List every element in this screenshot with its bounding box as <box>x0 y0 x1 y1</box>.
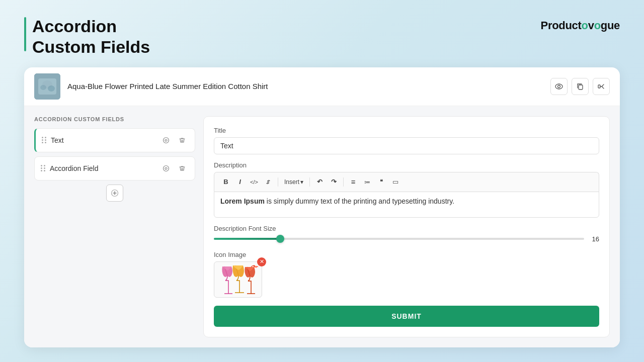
svg-point-9 <box>164 137 169 143</box>
trash-icon2 <box>179 165 186 172</box>
unordered-list-button[interactable]: ≡ <box>347 175 360 189</box>
field-accordion-delete[interactable] <box>176 162 189 175</box>
trash-icon <box>179 137 186 144</box>
field-item-text[interactable]: Text <box>34 128 195 152</box>
preview-button[interactable] <box>550 78 568 95</box>
description-bold: Lorem Ipsum <box>220 197 265 205</box>
svg-point-5 <box>555 84 562 89</box>
toolbar-divider1 <box>278 177 278 187</box>
font-size-label: Description Font Size <box>214 225 599 232</box>
field-item-accordion[interactable]: Accordion Field <box>34 156 195 180</box>
header-left: Accordion Custom Fields <box>24 16 150 57</box>
toolbar-divider2 <box>309 177 310 187</box>
insert-button[interactable]: Insert ▾ <box>281 177 306 187</box>
font-size-slider-row: 16 <box>214 235 599 243</box>
logo-o2: o <box>594 19 601 32</box>
icon-image-section: Icon Image <box>214 251 599 298</box>
editor-content[interactable]: Lorem Ipsum is simply dummy text of the … <box>214 192 599 218</box>
link-button[interactable] <box>262 175 275 189</box>
field-text-settings[interactable] <box>159 134 173 147</box>
section-label: ACCORDION CUSTOM FIELDS <box>34 116 195 122</box>
icon-image-label: Icon Image <box>214 251 599 258</box>
remove-icon-image-button[interactable]: ✕ <box>257 257 266 266</box>
drag-handle-text[interactable] <box>42 137 47 143</box>
field-item-left2: Accordion Field <box>41 164 99 172</box>
eye-icon <box>555 82 563 90</box>
field-text-label: Text <box>51 136 64 144</box>
drag-handle-accordion[interactable] <box>41 165 46 171</box>
svg-point-15 <box>256 267 257 268</box>
page-title: Accordion Custom Fields <box>32 16 150 57</box>
submit-button[interactable]: SUBMIT <box>214 306 599 327</box>
product-bar: Aqua-Blue Flower Printed Late Summer Edi… <box>24 67 620 106</box>
product-image <box>34 73 60 100</box>
add-icon <box>111 189 119 197</box>
add-field-button[interactable] <box>106 185 123 202</box>
code-button[interactable]: </> <box>248 175 261 189</box>
ordered-list-button[interactable]: ≔ <box>361 175 374 189</box>
share-icon <box>597 82 605 90</box>
editor-toolbar: B I </> Insert ▾ ↶ ↷ <box>214 172 599 192</box>
wine-glasses-image <box>215 263 261 296</box>
slider-fill <box>214 238 280 240</box>
product-info: Aqua-Blue Flower Printed Late Summer Edi… <box>34 73 268 100</box>
field-accordion-settings[interactable] <box>159 162 173 175</box>
field-accordion-actions <box>159 162 189 175</box>
font-size-slider[interactable] <box>214 238 584 240</box>
svg-point-6 <box>558 85 560 87</box>
border-button[interactable]: ▭ <box>389 175 402 189</box>
svg-point-14 <box>254 265 255 266</box>
icon-image-box[interactable] <box>214 261 262 298</box>
svg-point-4 <box>48 85 55 92</box>
add-btn-container <box>34 185 195 202</box>
settings-icon2 <box>163 165 170 172</box>
svg-point-3 <box>40 85 46 90</box>
product-name: Aqua-Blue Flower Printed Late Summer Edi… <box>67 82 268 90</box>
copy-icon <box>576 82 584 90</box>
svg-point-11 <box>164 165 169 171</box>
svg-rect-8 <box>598 85 600 88</box>
share-button[interactable] <box>593 78 610 95</box>
right-panel: Title Description B I </> Insert <box>203 116 610 337</box>
description-label: Description <box>214 161 599 169</box>
product-thumbnail-svg <box>34 73 60 100</box>
content-area: ACCORDION CUSTOM FIELDS Text <box>24 106 620 347</box>
duplicate-button[interactable] <box>572 78 589 95</box>
description-rest: is simply dummy text of the printing and… <box>265 197 454 205</box>
page-header: Accordion Custom Fields Productovogue <box>0 0 644 67</box>
italic-button[interactable]: I <box>233 175 247 189</box>
product-image-inner <box>34 73 60 100</box>
logo-o: o <box>582 19 588 32</box>
icon-image-wrapper: ✕ <box>214 261 262 298</box>
field-item-left: Text <box>42 136 64 144</box>
svg-point-12 <box>165 167 167 169</box>
field-text-delete[interactable] <box>176 134 189 147</box>
quote-button[interactable]: ❝ <box>375 175 388 189</box>
title-label: Title <box>214 127 599 134</box>
undo-button[interactable]: ↶ <box>313 175 326 189</box>
left-panel: ACCORDION CUSTOM FIELDS Text <box>34 116 195 337</box>
accent-bar <box>24 17 26 51</box>
product-actions <box>550 78 610 95</box>
brand-logo: Productovogue <box>541 19 620 32</box>
title-input[interactable] <box>214 137 599 154</box>
slider-thumb[interactable] <box>276 235 284 243</box>
link-icon <box>265 178 272 186</box>
field-text-actions <box>159 134 189 147</box>
toolbar-divider3 <box>343 177 344 187</box>
main-card: Aqua-Blue Flower Printed Late Summer Edi… <box>24 67 620 347</box>
svg-rect-7 <box>579 85 583 89</box>
field-accordion-label: Accordion Field <box>50 164 99 172</box>
redo-button[interactable]: ↷ <box>327 175 340 189</box>
settings-icon <box>163 137 170 144</box>
svg-point-10 <box>165 139 167 141</box>
font-size-value: 16 <box>589 235 599 243</box>
bold-button[interactable]: B <box>219 175 232 189</box>
